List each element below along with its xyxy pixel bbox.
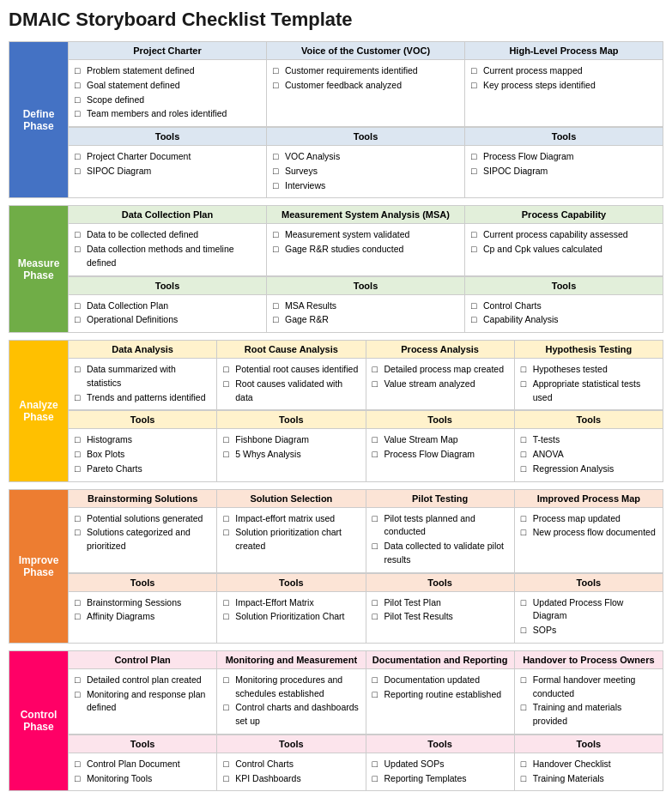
list-item: Process Flow Diagram: [471, 150, 657, 164]
list-item: Data collection methods and timeline def…: [75, 243, 260, 270]
define-col1-body: Customer requirements identifiedCustomer…: [267, 60, 464, 98]
control-col2-header: Documentation and Reporting: [366, 651, 514, 669]
analyze-label: Analyze Phase: [9, 341, 68, 481]
list-item: Problem statement defined: [75, 64, 260, 78]
control-col0-tools-body: Control Plan DocumentMonitoring Tools: [69, 753, 216, 791]
control-col0-tools-header: Tools: [69, 734, 216, 753]
control-col0-header: Control Plan: [69, 651, 216, 669]
measure-col1-tools-body: MSA ResultsGage R&R: [267, 295, 464, 333]
list-item: Current process mapped: [471, 64, 657, 78]
analyze-col0-tools-cell: ToolsHistogramsBox PlotsPareto Charts: [69, 410, 217, 481]
phase-improve: Improve PhaseBrainstorming SolutionsPote…: [9, 489, 663, 644]
list-item: Gage R&R: [273, 313, 458, 327]
improve-content: Brainstorming SolutionsPotential solutio…: [68, 490, 663, 643]
analyze-col0-cell: Data AnalysisData summarized with statis…: [69, 341, 217, 409]
analyze-col2-tools-header: Tools: [366, 410, 514, 429]
measure-col2-body: Current process capability assessedCp an…: [465, 224, 663, 262]
define-col0-tools-header: Tools: [69, 127, 266, 146]
list-item: Updated Process Flow Diagram: [521, 596, 657, 624]
analyze-col2-tools-cell: ToolsValue Stream MapProcess Flow Diagra…: [366, 410, 515, 481]
list-item: Control charts and dashboards set up: [223, 701, 359, 728]
list-item: Measurement system validated: [273, 228, 458, 242]
analyze-col3-tools-cell: ToolsT-testsANOVARegression Analysis: [515, 410, 663, 481]
list-item: Data Collection Plan: [75, 299, 260, 313]
list-item: Surveys: [273, 165, 458, 178]
list-item: Root causes validated with data: [223, 378, 359, 405]
define-col0-tools-cell: ToolsProject Charter DocumentSIPOC Diagr…: [69, 127, 267, 197]
define-col0-tools-body: Project Charter DocumentSIPOC Diagram: [69, 146, 266, 184]
define-col2-body: Current process mappedKey process steps …: [465, 60, 663, 98]
list-item: Hypotheses tested: [521, 363, 657, 377]
list-item: Fishbone Diagram: [223, 433, 359, 447]
control-content: Control PlanDetailed control plan create…: [68, 651, 663, 791]
measure-top-row: Data Collection PlanData to be collected…: [69, 206, 663, 275]
list-item: Regression Analysis: [521, 462, 657, 476]
list-item: Box Plots: [75, 448, 210, 462]
define-col1-tools-header: Tools: [267, 127, 464, 146]
define-col0-body: Problem statement definedGoal statement …: [69, 60, 266, 126]
improve-col2-body: Pilot tests planned and conductedData co…: [366, 508, 514, 572]
control-col1-header: Monitoring and Measurement: [217, 651, 365, 669]
measure-col0-tools-header: Tools: [69, 276, 266, 295]
list-item: Operational Definitions: [75, 313, 260, 327]
define-col2-tools-header: Tools: [465, 127, 663, 146]
analyze-col2-tools-body: Value Stream MapProcess Flow Diagram: [366, 429, 514, 467]
list-item: Interviews: [273, 179, 458, 193]
improve-col2-tools-body: Pilot Test PlanPilot Test Results: [366, 592, 514, 630]
phase-define: Define PhaseProject CharterProblem state…: [9, 41, 663, 198]
list-item: SIPOC Diagram: [75, 165, 260, 178]
control-col2-body: Documentation updatedReporting routine e…: [366, 669, 514, 707]
measure-col0-header: Data Collection Plan: [69, 206, 266, 224]
measure-col2-tools-body: Control ChartsCapability Analysis: [465, 295, 663, 333]
list-item: Goal statement defined: [75, 79, 260, 93]
page-title: DMAIC Storyboard Checklist Template: [9, 9, 663, 31]
improve-col0-tools-cell: ToolsBrainstorming SessionsAffinity Diag…: [69, 573, 217, 643]
list-item: Scope defined: [75, 94, 260, 107]
analyze-col1-tools-cell: ToolsFishbone Diagram5 Whys Analysis: [217, 410, 366, 481]
improve-col0-body: Potential solutions generatedSolutions c…: [69, 508, 216, 559]
list-item: Training and materials provided: [521, 701, 657, 728]
list-item: Handover Checklist: [521, 758, 657, 771]
list-item: Impact-Effort Matrix: [223, 596, 359, 610]
measure-col1-tools-header: Tools: [267, 276, 464, 295]
list-item: Affinity Diagrams: [75, 610, 210, 624]
list-item: T-tests: [521, 433, 657, 447]
list-item: Cp and Cpk values calculated: [471, 243, 657, 257]
analyze-col1-header: Root Cause Analysis: [217, 341, 365, 359]
control-col2-tools-header: Tools: [366, 734, 514, 753]
control-col3-body: Formal handover meeting conductedTrainin…: [515, 669, 663, 734]
improve-col2-tools-header: Tools: [366, 573, 514, 592]
define-col1-header: Voice of the Customer (VOC): [267, 42, 464, 60]
measure-col0-body: Data to be collected definedData collect…: [69, 224, 266, 275]
improve-col3-tools-cell: ToolsUpdated Process Flow DiagramSOPs: [515, 573, 663, 643]
control-col0-body: Detailed control plan createdMonitoring …: [69, 669, 216, 720]
list-item: Team members and roles identified: [75, 107, 260, 121]
analyze-col3-tools-body: T-testsANOVARegression Analysis: [515, 429, 663, 481]
list-item: 5 Whys Analysis: [223, 448, 359, 462]
improve-col2-cell: Pilot TestingPilot tests planned and con…: [366, 490, 515, 572]
define-label: Define Phase: [9, 42, 68, 197]
analyze-bottom-row: ToolsHistogramsBox PlotsPareto ChartsToo…: [69, 409, 663, 481]
list-item: Value stream analyzed: [372, 378, 508, 391]
control-col0-cell: Control PlanDetailed control plan create…: [69, 651, 217, 734]
define-col2-tools-body: Process Flow DiagramSIPOC Diagram: [465, 146, 663, 184]
improve-col0-tools-header: Tools: [69, 573, 216, 592]
improve-col3-tools-body: Updated Process Flow DiagramSOPs: [515, 592, 663, 643]
list-item: Histograms: [75, 433, 210, 447]
analyze-col1-tools-body: Fishbone Diagram5 Whys Analysis: [217, 429, 365, 467]
list-item: Potential root causes identified: [223, 363, 359, 377]
list-item: Data summarized with statistics: [75, 363, 210, 390]
control-bottom-row: ToolsControl Plan DocumentMonitoring Too…: [69, 734, 663, 791]
list-item: ANOVA: [521, 448, 657, 462]
measure-content: Data Collection PlanData to be collected…: [68, 206, 663, 332]
list-item: Data collected to validate pilot results: [372, 540, 508, 567]
list-item: Updated SOPs: [372, 758, 508, 771]
measure-bottom-row: ToolsData Collection PlanOperational Def…: [69, 275, 663, 333]
measure-col2-header: Process Capability: [465, 206, 663, 224]
define-col2-header: High-Level Process Map: [465, 42, 663, 60]
measure-col0-cell: Data Collection PlanData to be collected…: [69, 206, 267, 275]
list-item: Trends and patterns identified: [75, 391, 210, 405]
improve-col1-tools-body: Impact-Effort MatrixSolution Prioritizat…: [217, 592, 365, 630]
list-item: Capability Analysis: [471, 313, 657, 327]
control-col1-tools-body: Control ChartsKPI Dashboards: [217, 753, 365, 791]
